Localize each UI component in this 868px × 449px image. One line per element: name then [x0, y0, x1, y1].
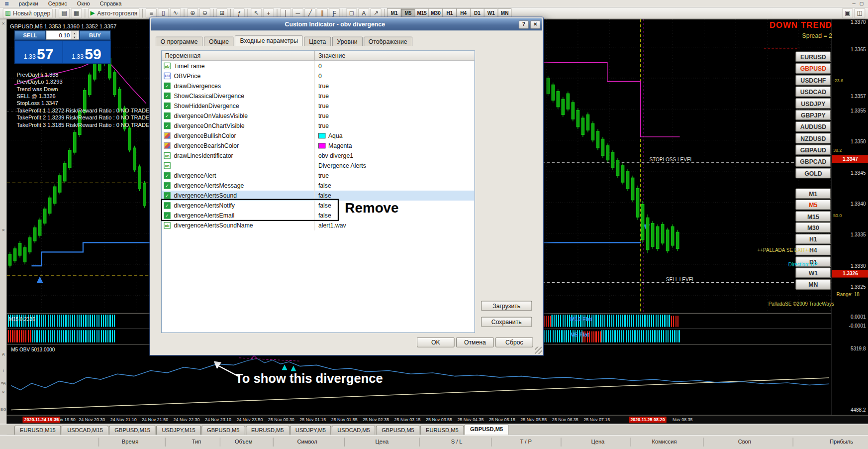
- symbol-button-gold[interactable]: GOLD: [795, 168, 831, 178]
- lot-up-icon[interactable]: ▲: [72, 31, 78, 35]
- param-row[interactable]: divergenceBullishColor Aqua: [162, 131, 475, 141]
- param-row[interactable]: ✓divergenceAlertsMessage false: [162, 181, 475, 191]
- save-button[interactable]: Сохранить: [481, 317, 532, 327]
- param-row[interactable]: 123OBVPrice 0: [162, 71, 475, 81]
- param-value[interactable]: Divergence Alerts: [315, 161, 475, 171]
- param-row[interactable]: ✓divergenceOnChartVisible true: [162, 121, 475, 131]
- param-value[interactable]: 0: [315, 71, 475, 81]
- chart-tab[interactable]: USDCAD,M15: [62, 426, 108, 435]
- symbol-button-gbpaud[interactable]: GBPAUD: [795, 144, 831, 155]
- price-scale[interactable]: 1.3370 1.3365 1.3357 1.3355 1.3350 1.334…: [832, 19, 868, 415]
- tf-button-m1[interactable]: M1: [795, 188, 831, 199]
- dialog-titlebar[interactable]: Custom Indicator - obv divergence ? ✕: [151, 18, 542, 30]
- sell-button[interactable]: SELL: [14, 30, 46, 40]
- buy-button[interactable]: BUY: [79, 30, 110, 40]
- param-row[interactable]: ✓ShowClassicalDivergence true: [162, 91, 475, 101]
- info-line: Trend was Down: [16, 85, 149, 92]
- param-value[interactable]: true: [315, 91, 475, 101]
- chart-tab[interactable]: GBPUSD,M5: [376, 426, 420, 435]
- param-row[interactable]: abdrawLinesIdentificator obv diverge1: [162, 151, 475, 161]
- ok-button[interactable]: OK: [417, 337, 455, 347]
- profiles-icon[interactable]: ▦: [71, 8, 82, 18]
- column-header-value: Значение: [315, 51, 475, 60]
- chart-tab[interactable]: EURUSD,M5: [420, 426, 464, 435]
- tab-about[interactable]: О программе: [156, 36, 203, 46]
- tf-button-d1[interactable]: D1: [795, 256, 831, 267]
- menu-window[interactable]: Окно: [72, 0, 95, 7]
- time-axis[interactable]: 2020.11.24 19:35 Nov 19:50 24 Nov 20:30 …: [0, 415, 868, 424]
- tf-button-h4[interactable]: H4: [795, 245, 831, 255]
- resize-grip[interactable]: [535, 347, 542, 354]
- tf-button-w1[interactable]: W1: [795, 268, 831, 278]
- param-value[interactable]: true: [315, 111, 475, 121]
- close-icon[interactable]: ✕: [0, 228, 6, 233]
- tab-levels[interactable]: Уровни: [332, 36, 363, 46]
- tf-button-mn[interactable]: MN: [795, 279, 831, 290]
- chart-window-icon[interactable]: ▤: [59, 8, 70, 18]
- symbol-button-eurusd[interactable]: EURUSD: [795, 51, 831, 62]
- chart-tab[interactable]: USDJPY,M5: [290, 426, 331, 435]
- param-row[interactable]: ab___ Divergence Alerts: [162, 161, 475, 171]
- auto-trading-button[interactable]: ▶ Авто-торговля: [88, 8, 140, 18]
- menu-help[interactable]: Справка: [95, 0, 127, 7]
- param-value[interactable]: Magenta: [315, 141, 475, 151]
- tab-common[interactable]: Общие: [204, 36, 234, 46]
- param-value[interactable]: Aqua: [315, 131, 475, 141]
- cancel-button[interactable]: Отмена: [456, 337, 494, 347]
- symbol-button-usdjpy[interactable]: USDJPY: [795, 98, 831, 109]
- symbol-button-gbpcad[interactable]: GBPCAD: [795, 156, 831, 167]
- chart-tab-active[interactable]: GBPUSD,M5: [465, 424, 508, 435]
- chart-tab[interactable]: EURUSD,M5: [246, 426, 289, 435]
- param-value[interactable]: false: [315, 181, 475, 191]
- symbol-button-gbpusd[interactable]: GBPUSD: [795, 63, 831, 74]
- symbol-button-nzdusd[interactable]: NZDUSD: [795, 133, 831, 143]
- param-value[interactable]: false: [315, 191, 475, 201]
- param-row[interactable]: ✓ShowHiddenDivergence true: [162, 101, 475, 111]
- menu-service[interactable]: Сервис: [43, 0, 72, 7]
- chart-tab[interactable]: GBPUSD,M5: [201, 426, 245, 435]
- restore-icon[interactable]: ▢: [860, 1, 864, 6]
- tf-button-m15[interactable]: M15: [795, 211, 831, 222]
- param-value[interactable]: true: [315, 171, 475, 181]
- tf-button-m5[interactable]: M5: [795, 200, 831, 210]
- param-value[interactable]: true: [315, 81, 475, 91]
- tab-visualization[interactable]: Отображение: [364, 36, 412, 46]
- param-row[interactable]: divergenceBearishColor Magenta: [162, 141, 475, 151]
- param-row[interactable]: ✓drawDivergences true: [162, 81, 475, 91]
- minimize-icon[interactable]: ─: [853, 1, 856, 6]
- symbol-button-audusd[interactable]: AUDUSD: [795, 121, 831, 132]
- lot-down-icon[interactable]: ▼: [72, 35, 78, 39]
- reset-button[interactable]: Сброс: [495, 337, 533, 347]
- lot-size-input[interactable]: [46, 31, 71, 39]
- new-order-button[interactable]: ▥ Новый ордер: [3, 8, 53, 18]
- param-value[interactable]: alert1.wav: [315, 221, 475, 230]
- param-row[interactable]: ✓divergenceOnValuesVisible true: [162, 111, 475, 121]
- cascade-icon[interactable]: ▣: [842, 8, 853, 18]
- param-row[interactable]: abdivergenceAlertsSoundName alert1.wav: [162, 221, 475, 230]
- chart-tab[interactable]: USDJPY,M15: [156, 426, 200, 435]
- load-button[interactable]: Загрузить: [481, 301, 532, 311]
- sell-price[interactable]: 1.33 57: [15, 41, 62, 63]
- param-value[interactable]: true: [315, 121, 475, 131]
- chart-tab[interactable]: EURUSD,M15: [14, 426, 61, 435]
- chart-tab[interactable]: GBPUSD,M15: [109, 426, 156, 435]
- param-row[interactable]: ✓divergenceAlert true: [162, 171, 475, 181]
- symbol-button-usdcad[interactable]: USDCAD: [795, 87, 831, 97]
- tab-colors[interactable]: Цвета: [304, 36, 331, 46]
- chart-tab[interactable]: USDCAD,M5: [332, 426, 376, 435]
- param-value[interactable]: 0: [315, 61, 475, 71]
- tf-button-m30[interactable]: M30: [795, 222, 831, 232]
- buy-price[interactable]: 1.33 59: [63, 41, 110, 63]
- help-icon[interactable]: ?: [519, 20, 529, 29]
- tf-button-h1[interactable]: H1: [795, 234, 831, 244]
- param-value[interactable]: obv diverge1: [315, 151, 475, 161]
- close-icon[interactable]: ✕: [0, 21, 6, 26]
- tile-icon[interactable]: ◫: [854, 8, 865, 18]
- symbol-button-usdchf[interactable]: USDCHF: [795, 75, 831, 85]
- symbol-button-gbpjpy[interactable]: GBPJPY: [795, 110, 831, 120]
- param-row[interactable]: abTimeFrame 0: [162, 61, 475, 71]
- menu-charts[interactable]: рафики: [14, 0, 43, 7]
- param-value[interactable]: true: [315, 101, 475, 111]
- tab-inputs[interactable]: Входные параметры: [235, 35, 303, 46]
- close-icon[interactable]: ✕: [530, 20, 540, 29]
